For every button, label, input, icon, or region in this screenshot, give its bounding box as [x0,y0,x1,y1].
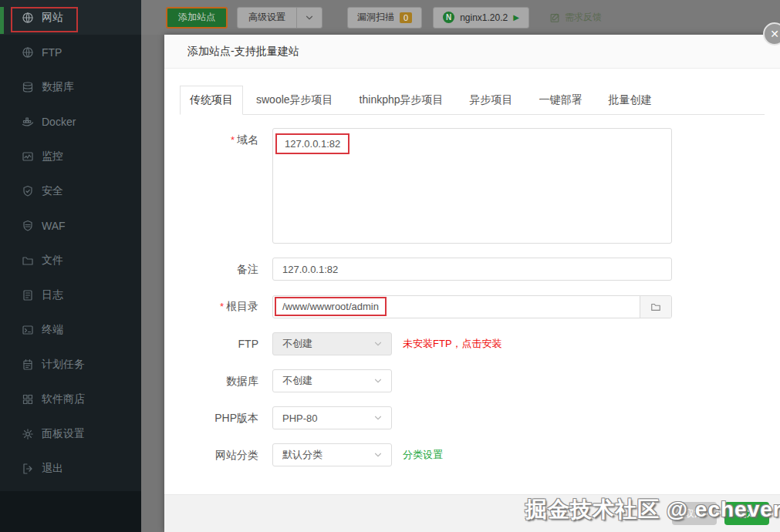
tab-swoole[interactable]: swoole异步项目 [256,86,333,114]
sidebar-footer-area [0,491,141,532]
sidebar-item-label: 计划任务 [42,358,85,372]
sidebar-item-terminal[interactable]: 终端 [0,312,141,347]
browse-folder-button[interactable] [640,296,671,318]
dialog-footer: 取消 确定 [164,494,780,532]
site-category-select-value: 默认分类 [282,448,322,462]
sidebar-item-monitor[interactable]: 监控 [0,139,141,173]
dialog-header: 添加站点-支持批量建站 [164,35,780,69]
sidebar-item-label: 软件商店 [42,392,85,406]
sidebar-item-ftp[interactable]: FTP [0,35,141,69]
sidebar-item-logs[interactable]: 日志 [0,278,141,312]
sidebar-item-websites[interactable]: 网站 [0,0,141,35]
folder-icon [650,301,661,312]
ftp-label: FTP [180,332,258,355]
feedback-label: 需求反馈 [565,11,602,24]
edit-note-icon [549,12,560,23]
sidebar-item-database[interactable]: 数据库 [0,69,141,104]
database-icon [22,81,34,93]
monitor-icon [22,150,34,163]
sidebar-item-files[interactable]: 文件 [0,243,141,278]
security-shield-icon [22,185,34,197]
required-asterisk: * [220,301,224,312]
chevron-down-icon [373,338,383,349]
feedback-button[interactable]: 需求反馈 [549,11,602,24]
database-select-value: 不创建 [282,374,312,388]
site-category-select[interactable]: 默认分类 [272,443,392,466]
php-version-select-value: PHP-80 [282,412,318,424]
sidebar-item-label: Docker [42,116,76,128]
tab-async[interactable]: 异步项目 [470,86,513,114]
vuln-scan-label: 漏洞扫描 [357,11,394,24]
sidebar-item-label: 退出 [42,462,63,476]
logout-icon [22,463,34,475]
confirm-button[interactable]: 确定 [724,502,769,525]
database-label: 数据库 [180,369,258,392]
sidebar-item-waf[interactable]: WAF [0,208,141,243]
php-version-label: PHP版本 [180,406,258,429]
sidebar-item-label: 终端 [42,323,63,337]
sidebar-item-label: 安全 [42,184,63,198]
site-category-label: 网站分类 [180,443,258,466]
php-version-row: PHP版本 PHP-80 [180,406,765,429]
sidebar-item-app-store[interactable]: 软件商店 [0,382,141,416]
sidebar-item-logout[interactable]: 退出 [0,451,141,486]
ftp-globe-icon [22,46,34,59]
close-icon[interactable]: ✕ [763,22,780,45]
cron-icon [22,359,34,371]
sidebar-item-label: 监控 [42,150,63,163]
ftp-select[interactable]: 不创建 [272,332,392,355]
tab-thinkphp[interactable]: thinkphp异步项目 [360,86,444,114]
sidebar-item-cron[interactable]: 计划任务 [0,347,141,382]
chevron-down-icon[interactable] [296,8,322,28]
cancel-button[interactable]: 取消 [672,502,717,525]
project-type-tabs: 传统项目 swoole异步项目 thinkphp异步项目 异步项目 一键部署 批… [180,86,765,115]
nginx-icon: N [443,12,454,23]
add-site-dialog: ✕ 添加站点-支持批量建站 传统项目 swoole异步项目 thinkphp异步… [164,35,780,532]
top-toolbar: 添加站点 高级设置 漏洞扫描 0 N nginx1.20.2 ▶ 需求反馈 [141,0,780,35]
root-dir-value-annotated: /www/wwwroot/admin [275,297,387,316]
note-row: 备注 [180,258,765,281]
sidebar-item-security[interactable]: 安全 [0,173,141,208]
play-icon: ▶ [513,14,519,22]
domain-label: *域名 [180,128,258,152]
advanced-settings-button[interactable]: 高级设置 [237,7,322,29]
app-store-icon [22,393,34,406]
webserver-button[interactable]: N nginx1.20.2 ▶ [433,7,529,29]
sidebar-item-label: WAF [42,220,66,232]
chevron-down-icon [373,412,383,423]
globe-icon [22,12,34,24]
domain-textarea[interactable]: 127.0.0.1:82 [272,128,672,244]
chevron-down-icon [373,375,383,386]
tab-batch-create[interactable]: 批量创建 [609,86,652,114]
add-site-form: *域名 127.0.0.1:82 备注 *根目录 /www/wwwroot/ad… [180,128,765,466]
advanced-settings-label: 高级设置 [238,8,296,28]
database-select[interactable]: 不创建 [272,369,392,392]
tab-one-click-deploy[interactable]: 一键部署 [539,86,582,114]
sidebar-item-panel-settings[interactable]: 面板设置 [0,416,141,451]
folder-icon [22,254,34,267]
docker-icon [22,116,34,128]
log-icon [22,289,34,301]
ftp-install-hint-link[interactable]: 未安装FTP，点击安装 [403,337,502,351]
php-version-select[interactable]: PHP-80 [272,406,392,429]
terminal-icon [22,324,34,336]
root-dir-input[interactable]: /www/wwwroot/admin [272,295,672,318]
category-settings-link[interactable]: 分类设置 [403,448,443,462]
ftp-row: FTP 不创建 未安装FTP，点击安装 [180,332,765,355]
sidebar-item-label: 网站 [42,11,63,25]
ftp-select-value: 不创建 [282,337,312,351]
tab-traditional[interactable]: 传统项目 [180,86,243,115]
sidebar-item-label: 文件 [42,254,63,268]
note-label: 备注 [180,258,258,281]
vuln-scan-button[interactable]: 漏洞扫描 0 [347,7,422,29]
add-site-button[interactable]: 添加站点 [166,7,228,29]
site-category-row: 网站分类 默认分类 分类设置 [180,443,765,466]
note-input[interactable] [272,258,672,281]
sidebar-item-docker[interactable]: Docker [0,104,141,139]
sidebar-item-label: 日志 [42,288,63,302]
vuln-scan-badge: 0 [400,12,412,23]
chevron-down-icon [373,450,383,460]
dialog-body: 传统项目 swoole异步项目 thinkphp异步项目 异步项目 一键部署 批… [164,86,780,466]
dialog-title: 添加站点-支持批量建站 [187,45,299,59]
sidebar-item-label: 面板设置 [42,427,85,441]
